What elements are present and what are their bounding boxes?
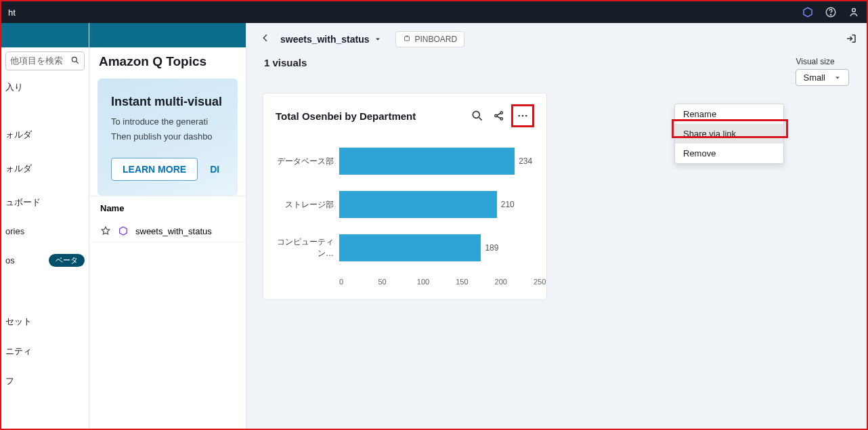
sidebar-item[interactable]: ュボード [1,191,89,214]
x-axis: 0 50 100 150 200 250 [339,278,534,286]
sidebar-item[interactable]: セット [1,310,89,333]
svg-point-7 [473,111,479,118]
sidebar-item[interactable]: os ベータ [1,249,89,272]
hero-line: Then publish your dashbo [111,131,224,143]
app-topbar: ht [1,1,867,23]
sidebar-item[interactable]: ories [1,221,89,242]
sidebar-item[interactable]: 入り [1,76,89,99]
card-title: Total Osenbei by Department [276,110,416,122]
sidebar-item[interactable]: ォルダ [1,123,89,146]
list-item[interactable]: sweets_with_status [89,220,246,242]
pinboard-label: PINBOARD [415,35,458,44]
help-icon[interactable] [825,6,837,18]
left-sidebar: 他項目を検索 入り ォルダ ォルダ ュボード ories os ベータ セット … [1,23,89,429]
dismiss-link[interactable]: DI [210,164,219,175]
search-icon [70,56,80,67]
visual-card: Total Osenbei by Department [263,93,547,300]
main-content: sweets_with_status PINBOARD 1 visuals Vi… [246,23,867,429]
hero-card: Instant multi-visual To introduce the ge… [97,79,238,196]
svg-point-3 [852,9,856,12]
caret-down-icon [374,35,382,43]
svg-point-10 [500,118,502,120]
topics-panel: Amazon Q Topics Instant multi-visual To … [89,23,246,429]
more-icon[interactable] [513,106,532,125]
q-icon[interactable] [802,6,814,18]
bar-value: 189 [485,243,498,253]
list-header-name: Name [89,196,246,220]
zoom-icon[interactable] [468,106,487,125]
back-icon[interactable] [257,30,274,49]
hero-title: Instant multi-visual [111,95,224,109]
bar-category-label: コンピューティン… [276,236,339,259]
bar-value: 234 [519,156,532,166]
pin-icon [403,35,411,43]
share-icon[interactable] [490,106,508,125]
svg-point-13 [525,115,527,117]
svg-point-2 [830,14,831,15]
sidebar-item[interactable]: ォルダ [1,157,89,180]
svg-marker-0 [804,7,812,17]
svg-point-11 [518,115,520,117]
svg-point-8 [495,114,497,116]
svg-point-12 [522,115,524,117]
learn-more-button[interactable]: LEARN MORE [111,158,198,181]
brand-fragment: ht [8,7,16,18]
context-menu: Rename Share via link Remove [674,104,784,164]
visual-size-label: Visual size [796,57,849,66]
hero-line: To introduce the generati [111,116,224,128]
visual-size-value: Small [803,72,825,83]
svg-point-4 [72,57,77,62]
svg-point-9 [500,112,502,114]
search-placeholder: 他項目を検索 [10,55,63,67]
bar-chart: データベース部 234 ストレージ部 210 コンピューティン… 189 0 [276,148,534,286]
panel-title: Amazon Q Topics [89,47,246,79]
sidebar-item[interactable]: フ [1,370,89,393]
breadcrumb[interactable]: sweets_with_status [280,34,382,45]
beta-badge: ベータ [49,254,85,267]
banner-strip [1,23,89,47]
bar-value: 210 [501,200,515,209]
bar-category-label: ストレージ部 [276,199,339,211]
topic-icon [118,225,129,236]
star-icon[interactable] [100,225,111,236]
visuals-count: 1 visuals [264,57,307,68]
bar-category-label: データベース部 [276,156,339,167]
menu-item-rename[interactable]: Rename [675,104,783,124]
user-icon[interactable] [848,6,860,18]
banner-strip-mid [89,23,246,47]
menu-item-share[interactable]: Share via link [675,124,783,144]
breadcrumb-label: sweets_with_status [280,34,370,45]
sidebar-item[interactable]: ニティ [1,340,89,363]
menu-item-remove[interactable]: Remove [675,144,783,163]
list-item-label: sweets_with_status [135,226,212,236]
svg-marker-5 [120,227,127,235]
search-input[interactable]: 他項目を検索 [5,51,85,70]
caret-down-icon [833,74,842,82]
collapse-icon[interactable] [845,33,857,47]
svg-rect-6 [404,37,409,41]
pinboard-chip[interactable]: PINBOARD [395,31,465,47]
visual-size-select[interactable]: Small [796,69,849,86]
